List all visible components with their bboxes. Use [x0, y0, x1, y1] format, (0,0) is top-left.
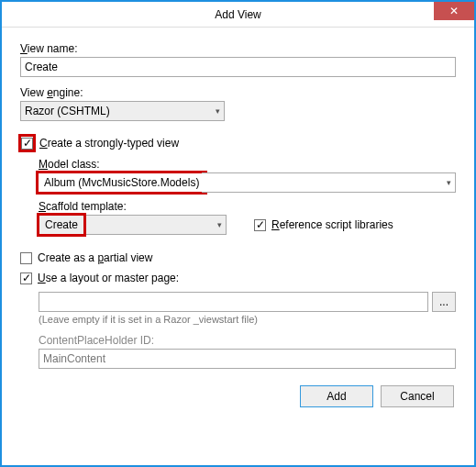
close-button[interactable]: ✕	[434, 2, 474, 20]
close-icon: ✕	[449, 6, 459, 17]
use-layout-checkbox[interactable]: ✓	[20, 272, 32, 284]
partial-label: Create as a partial view	[38, 251, 152, 264]
strongly-typed-highlight: ✓	[20, 136, 34, 150]
view-engine-value: Razor (CSHTML)	[25, 105, 110, 117]
placeholder-label: ContentPlaceHolder ID:	[39, 334, 456, 347]
cancel-button[interactable]: Cancel	[381, 385, 454, 407]
use-layout-label: Use a layout or master page:	[38, 272, 179, 284]
check-icon: ✓	[23, 138, 32, 149]
chevron-down-icon: ▾	[217, 220, 222, 229]
view-name-label: View name:	[20, 42, 456, 55]
strongly-typed-label: Create a strongly-typed view	[39, 137, 179, 150]
scaffold-label: Scaffold template:	[39, 200, 456, 213]
view-name-input[interactable]	[20, 57, 456, 77]
layout-path-input[interactable]	[39, 292, 428, 312]
chevron-down-icon: ▾	[447, 178, 451, 187]
browse-button[interactable]: ...	[432, 292, 456, 312]
dialog-content: View name: View engine: Razor (CSHTML) ▾…	[2, 28, 474, 465]
partial-checkbox[interactable]	[20, 252, 32, 264]
chevron-down-icon: ▾	[216, 106, 220, 116]
add-button[interactable]: Add	[300, 385, 373, 407]
model-class-select[interactable]: ▾	[202, 172, 456, 193]
scaffold-highlight: Create	[39, 216, 83, 234]
placeholder-input	[39, 349, 456, 369]
scaffold-select[interactable]: Create ▾	[39, 215, 227, 235]
ref-script-label: Reference script libraries	[271, 218, 393, 231]
window-title: Add View	[2, 8, 474, 21]
ref-script-checkbox[interactable]: ✓	[254, 219, 266, 231]
add-view-dialog: Add View ✕ View name: View engine: Razor…	[0, 0, 476, 467]
check-icon: ✓	[22, 272, 31, 284]
scaffold-value: Create	[39, 216, 83, 234]
check-icon: ✓	[256, 219, 265, 230]
view-engine-select[interactable]: Razor (CSHTML) ▾	[20, 101, 225, 121]
model-class-label: Model class:	[39, 158, 456, 171]
layout-hint: (Leave empty if it is set in a Razor _vi…	[39, 314, 456, 325]
strongly-typed-checkbox[interactable]: ✓	[21, 138, 33, 150]
titlebar: Add View ✕	[2, 2, 474, 28]
model-class-value: Album (MvcMusicStore.Models)	[39, 173, 205, 192]
model-class-highlight: Album (MvcMusicStore.Models)	[39, 173, 205, 192]
view-engine-label: View engine:	[20, 86, 456, 99]
